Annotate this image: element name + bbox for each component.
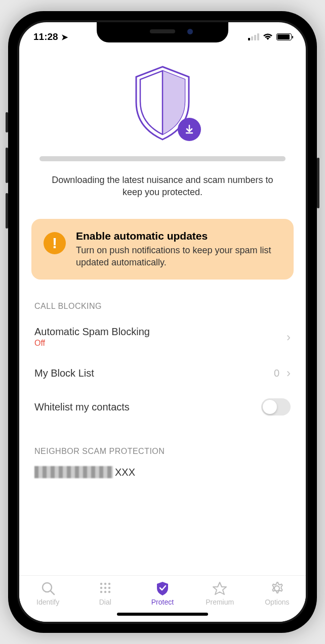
search-icon [41,581,55,596]
neighbor-suffix: XXX [115,467,135,478]
chevron-right-icon: › [287,366,291,380]
tab-label: Premium [206,598,234,606]
alert-exclamation-icon: ! [44,232,66,254]
tab-label: Options [265,598,289,606]
svg-point-10 [104,591,106,593]
hero-section: Downloading the latest nuisance and scam… [19,48,306,204]
main-content[interactable]: Downloading the latest nuisance and scam… [19,48,306,575]
neighbor-scam-header: NEIGHBOR SCAM PROTECTION [19,425,306,462]
tab-premium[interactable]: Premium [191,581,249,606]
enable-updates-banner[interactable]: ! Enable automatic updates Turn on push … [31,219,294,280]
gear-icon [270,581,284,596]
svg-line-2 [51,591,54,594]
dialpad-icon [98,581,112,596]
download-progress-bar [39,156,286,161]
row-label: My Block List [34,367,94,379]
tab-dial[interactable]: Dial [76,581,134,606]
call-blocking-header: CALL BLOCKING [19,280,306,317]
phone-frame: 11:28 ➤ [8,11,317,633]
tab-protect[interactable]: Protect [134,581,191,606]
chevron-right-icon: › [287,330,291,344]
svg-point-11 [108,591,110,593]
neighbor-number-row[interactable]: XXX [19,462,306,482]
notch [97,22,228,42]
shield-download-icon [34,63,291,144]
alert-description: Turn on push notifications to keep your … [76,244,281,269]
screen: 11:28 ➤ [19,22,306,622]
svg-point-3 [100,583,102,585]
redacted-number [34,466,113,478]
status-time: 11:28 [33,31,58,42]
tab-identify[interactable]: Identify [19,581,76,606]
row-label: Automatic Spam Blocking [34,326,150,338]
svg-point-9 [100,591,102,593]
my-block-list-row[interactable]: My Block List 0 › [19,357,306,389]
tab-label: Dial [99,598,111,606]
svg-point-4 [104,583,106,585]
cellular-signal-icon [248,33,259,40]
battery-icon [276,33,292,40]
home-indicator[interactable] [117,613,208,616]
svg-point-5 [108,583,110,585]
spam-blocking-status: Off [34,339,150,348]
svg-point-8 [108,587,110,589]
download-status-text: Downloading the latest nuisance and scam… [34,174,291,199]
wifi-icon [263,33,273,40]
location-services-icon: ➤ [61,32,68,42]
svg-point-7 [104,587,106,589]
shield-check-icon [155,581,170,596]
svg-point-6 [100,587,102,589]
whitelist-contacts-row: Whitelist my contacts [19,389,306,425]
tab-label: Identify [36,598,59,606]
star-icon [212,581,227,596]
download-badge-icon [178,118,201,141]
block-list-count: 0 [274,367,279,379]
alert-title: Enable automatic updates [76,230,281,242]
automatic-spam-blocking-row[interactable]: Automatic Spam Blocking Off › [19,317,306,357]
row-label: Whitelist my contacts [34,401,130,413]
whitelist-toggle[interactable] [261,398,291,416]
tab-options[interactable]: Options [249,581,306,606]
tab-label: Protect [151,598,174,606]
